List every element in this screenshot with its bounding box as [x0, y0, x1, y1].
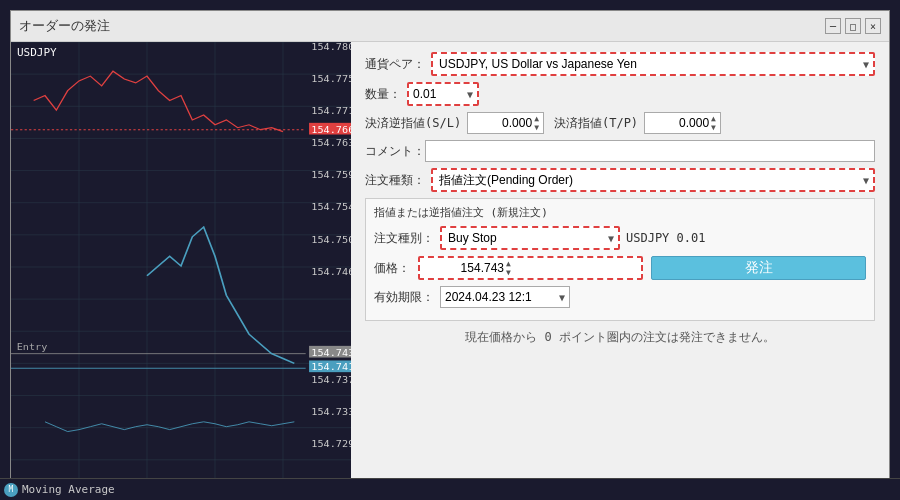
currency-pair-arrow: ▼ — [863, 59, 869, 70]
comment-label: コメント： — [365, 143, 425, 160]
svg-text:154.763: 154.763 — [311, 138, 351, 148]
window-title: オーダーの発注 — [19, 17, 110, 35]
svg-text:154.741: 154.741 — [311, 362, 351, 372]
price-down-button[interactable]: ▼ — [506, 268, 511, 277]
currency-pair-label: 通貨ペア： — [365, 56, 425, 73]
expiry-dropdown-arrow[interactable]: ▼ — [559, 292, 565, 303]
taskbar: M Moving Average — [0, 478, 900, 500]
currency-pair-row: 通貨ペア： USDJPY, US Dollar vs Japanese Yen … — [365, 52, 875, 76]
tp-down-button[interactable]: ▼ — [711, 123, 716, 132]
svg-text:154.737: 154.737 — [311, 375, 351, 385]
tp-label: 決済指値(T/P) — [554, 115, 638, 132]
pending-order-section: 指値または逆指値注文 (新規注文) 注文種別： Buy Stop Buy Lim… — [365, 198, 875, 321]
svg-text:154.775: 154.775 — [311, 74, 351, 84]
taskbar-indicator-item: M Moving Average — [4, 483, 115, 497]
svg-text:154.743: 154.743 — [311, 347, 351, 357]
quantity-input-box[interactable]: ▼ — [407, 82, 479, 106]
order-type-row: 注文種類： 指値注文(Pending Order) ▼ — [365, 168, 875, 192]
order-type-dropdown[interactable]: 指値注文(Pending Order) ▼ — [431, 168, 875, 192]
moving-average-icon: M — [4, 483, 18, 497]
price-chart: 154.780 154.775 154.771 154.766 154.763 … — [11, 42, 351, 490]
svg-text:Entry: Entry — [17, 341, 48, 351]
tp-up-button[interactable]: ▲ — [711, 114, 716, 123]
sl-tp-row: 決済逆指値(S/L) ▲ ▼ 決済指値(T/P) ▲ — [365, 112, 875, 134]
currency-pair-select[interactable]: USDJPY, US Dollar vs Japanese Yen — [439, 57, 867, 71]
chart-area: USDJPY — [11, 42, 351, 490]
order-kind-arrow: ▼ — [608, 233, 614, 244]
title-bar: オーダーの発注 ─ □ × — [11, 11, 889, 42]
price-spin-buttons[interactable]: ▲ ▼ — [506, 259, 511, 277]
tp-group: 決済指値(T/P) ▲ ▼ — [554, 112, 721, 134]
order-type-arrow: ▼ — [863, 175, 869, 186]
comment-input[interactable] — [425, 140, 875, 162]
main-content: USDJPY — [11, 42, 889, 490]
price-row: 価格： ▲ ▼ 発注 — [374, 256, 866, 280]
quantity-dropdown-arrow[interactable]: ▼ — [467, 89, 473, 100]
sl-spin-buttons[interactable]: ▲ ▼ — [534, 114, 539, 132]
order-kind-dropdown[interactable]: Buy Stop Buy Limit Sell Stop Sell Limit … — [440, 226, 620, 250]
svg-text:154.771: 154.771 — [311, 106, 351, 116]
quantity-label: 数量： — [365, 86, 401, 103]
currency-pair-dropdown[interactable]: USDJPY, US Dollar vs Japanese Yen ▼ — [431, 52, 875, 76]
tp-spin-buttons[interactable]: ▲ ▼ — [711, 114, 716, 132]
quantity-row: 数量： ▼ — [365, 82, 875, 106]
svg-text:154.780: 154.780 — [311, 42, 351, 52]
tp-input-box[interactable]: ▲ ▼ — [644, 112, 721, 134]
sl-input[interactable] — [472, 116, 532, 130]
price-input-box[interactable]: ▲ ▼ — [418, 256, 643, 280]
expiry-row: 有効期限： ▼ — [374, 286, 866, 308]
expiry-input-box[interactable]: ▼ — [440, 286, 570, 308]
order-type-select[interactable]: 指値注文(Pending Order) — [439, 173, 867, 187]
taskbar-indicator-label: Moving Average — [22, 483, 115, 496]
warning-text: 現在価格から 0 ポイント圏内の注文は発注できません。 — [365, 329, 875, 346]
order-kind-select[interactable]: Buy Stop Buy Limit Sell Stop Sell Limit — [448, 231, 612, 245]
svg-text:154.733: 154.733 — [311, 407, 351, 417]
window-controls: ─ □ × — [825, 18, 881, 34]
order-kind-row: 注文種別： Buy Stop Buy Limit Sell Stop Sell … — [374, 226, 866, 250]
order-kind-label: 注文種別： — [374, 230, 434, 247]
svg-text:154.759: 154.759 — [311, 170, 351, 180]
chart-symbol-label: USDJPY — [17, 46, 57, 59]
svg-text:154.746: 154.746 — [311, 266, 351, 276]
sl-down-button[interactable]: ▼ — [534, 123, 539, 132]
sl-label: 決済逆指値(S/L) — [365, 115, 461, 132]
right-panel: 通貨ペア： USDJPY, US Dollar vs Japanese Yen … — [351, 42, 889, 490]
sl-up-button[interactable]: ▲ — [534, 114, 539, 123]
section-title: 指値または逆指値注文 (新規注文) — [374, 205, 866, 220]
svg-text:154.754: 154.754 — [311, 202, 351, 212]
svg-text:154.766: 154.766 — [311, 124, 351, 134]
quantity-input[interactable] — [413, 87, 463, 101]
comment-row: コメント： — [365, 140, 875, 162]
close-button[interactable]: × — [865, 18, 881, 34]
submit-button[interactable]: 発注 — [651, 256, 866, 280]
svg-text:154.750: 154.750 — [311, 234, 351, 244]
maximize-button[interactable]: □ — [845, 18, 861, 34]
pair-qty-display: USDJPY 0.01 — [626, 231, 705, 245]
minimize-button[interactable]: ─ — [825, 18, 841, 34]
price-input[interactable] — [424, 261, 504, 275]
svg-text:154.729: 154.729 — [311, 439, 351, 449]
sl-group: 決済逆指値(S/L) ▲ ▼ — [365, 112, 544, 134]
price-up-button[interactable]: ▲ — [506, 259, 511, 268]
expiry-input[interactable] — [445, 290, 555, 304]
expiry-label: 有効期限： — [374, 289, 434, 306]
price-label: 価格： — [374, 260, 410, 277]
order-type-label: 注文種類： — [365, 172, 425, 189]
sl-input-box[interactable]: ▲ ▼ — [467, 112, 544, 134]
order-dialog: オーダーの発注 ─ □ × USDJPY — [10, 10, 890, 490]
tp-input[interactable] — [649, 116, 709, 130]
